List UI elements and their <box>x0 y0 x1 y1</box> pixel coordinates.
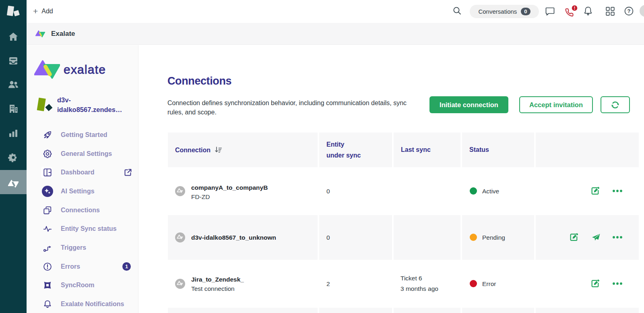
svg-text:?: ? <box>627 8 631 14</box>
svg-text:!: ! <box>574 6 576 10</box>
